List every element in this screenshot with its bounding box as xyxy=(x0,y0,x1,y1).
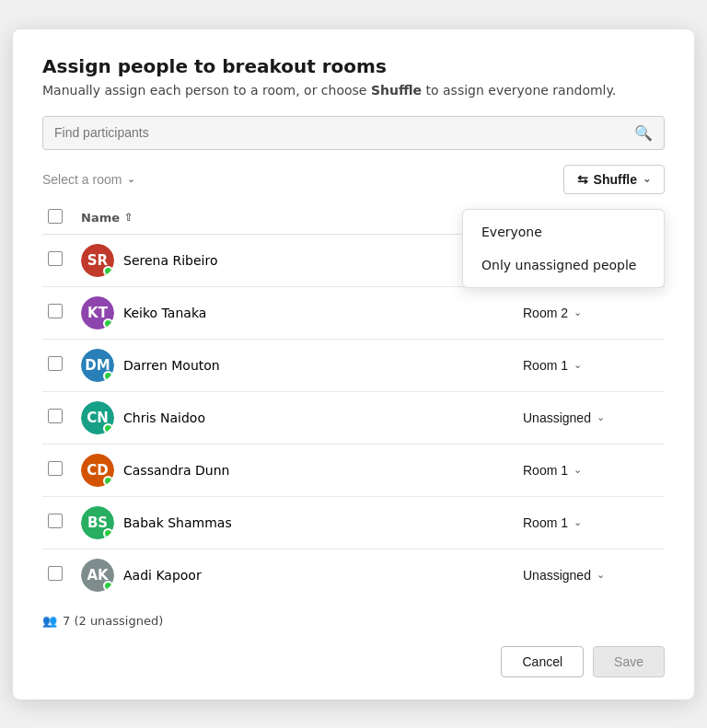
chevron-down-icon: ⌄ xyxy=(127,173,135,185)
dialog-title: Assign people to breakout rooms xyxy=(42,55,665,77)
participant-name: Chris Naidoo xyxy=(123,410,205,425)
avatar: BS xyxy=(81,506,114,539)
search-icon: 🔍 xyxy=(634,124,653,142)
room-label: Room 1 xyxy=(523,463,568,478)
count-text: 7 (2 unassigned) xyxy=(63,614,163,628)
participant-name: Keiko Tanaka xyxy=(123,306,206,320)
dialog-actions: Cancel Save xyxy=(42,646,665,677)
avatar-wrap: DMDarren Mouton xyxy=(81,349,512,382)
table-row: DMDarren MoutonRoom 1⌄ xyxy=(42,339,665,391)
chevron-down-icon: ⌄ xyxy=(574,516,582,528)
people-icon: 👥 xyxy=(42,614,57,628)
chevron-down-icon: ⌄ xyxy=(574,464,582,476)
table-row: CNChris NaidooUnassigned⌄ xyxy=(42,391,665,444)
room-label: Room 1 xyxy=(523,515,568,530)
avatar: AK xyxy=(81,559,114,592)
dropdown-item-everyone[interactable]: Everyone xyxy=(463,215,664,248)
row-checkbox[interactable] xyxy=(48,409,63,423)
online-status-icon xyxy=(103,423,113,433)
participant-name: Babak Shammas xyxy=(123,515,232,530)
table-row: AKAadi KapoorUnassigned⌄ xyxy=(42,549,665,601)
assign-dialog: Assign people to breakout rooms Manually… xyxy=(13,29,694,699)
room-assign-button[interactable]: Room 1⌄ xyxy=(523,515,582,530)
room-assign-button[interactable]: Room 2⌄ xyxy=(523,306,582,320)
chevron-down-icon: ⌄ xyxy=(597,411,605,423)
avatar-wrap: AKAadi Kapoor xyxy=(81,559,512,592)
online-status-icon xyxy=(103,266,113,276)
chevron-down-icon: ⌄ xyxy=(597,569,605,581)
online-status-icon xyxy=(103,371,113,381)
row-checkbox[interactable] xyxy=(48,461,63,476)
dropdown-item-unassigned[interactable]: Only unassigned people xyxy=(463,248,664,282)
shuffle-dropdown: Everyone Only unassigned people xyxy=(462,209,665,288)
room-assign-button[interactable]: Unassigned⌄ xyxy=(523,410,605,425)
row-checkbox[interactable] xyxy=(48,356,63,371)
save-button: Save xyxy=(593,646,665,677)
shuffle-button[interactable]: ⇆ Shuffle ⌄ xyxy=(563,165,665,194)
row-checkbox[interactable] xyxy=(48,251,63,266)
avatar: KT xyxy=(81,296,114,329)
avatar-wrap: CNChris Naidoo xyxy=(81,401,512,434)
online-status-icon xyxy=(103,476,113,486)
table-row: KTKeiko TanakaRoom 2⌄ xyxy=(42,286,665,339)
avatar: CD xyxy=(81,454,114,487)
room-label: Room 2 xyxy=(523,306,568,320)
avatar-wrap: SRSerena Ribeiro xyxy=(81,244,512,277)
select-all-checkbox[interactable] xyxy=(48,209,63,224)
footer-count: 👥 7 (2 unassigned) xyxy=(42,614,665,628)
name-column-header: Name ⇧ xyxy=(81,211,512,225)
chevron-down-icon: ⌄ xyxy=(643,173,651,185)
room-label: Unassigned xyxy=(523,568,591,583)
table-row: CDCassandra DunnRoom 1⌄ xyxy=(42,444,665,496)
room-assign-button[interactable]: Room 1⌄ xyxy=(523,463,582,478)
select-room-button[interactable]: Select a room ⌄ xyxy=(42,167,135,192)
sort-asc-icon[interactable]: ⇧ xyxy=(124,211,133,224)
room-label: Unassigned xyxy=(523,410,591,425)
dialog-subtitle: Manually assign each person to a room, o… xyxy=(42,83,665,98)
row-checkbox[interactable] xyxy=(48,566,63,581)
avatar-wrap: CDCassandra Dunn xyxy=(81,454,512,487)
online-status-icon xyxy=(103,318,113,329)
avatar-wrap: BSBabak Shammas xyxy=(81,506,512,539)
room-assign-button[interactable]: Room 1⌄ xyxy=(523,358,582,373)
participant-name: Darren Mouton xyxy=(123,358,220,373)
participant-name: Aadi Kapoor xyxy=(123,568,202,583)
room-assign-button[interactable]: Unassigned⌄ xyxy=(523,568,605,583)
row-checkbox[interactable] xyxy=(48,514,63,528)
participant-name: Cassandra Dunn xyxy=(123,463,229,478)
avatar-wrap: KTKeiko Tanaka xyxy=(81,296,512,329)
search-input[interactable] xyxy=(54,125,634,140)
row-checkbox[interactable] xyxy=(48,304,63,318)
online-status-icon xyxy=(103,528,113,538)
chevron-down-icon: ⌄ xyxy=(574,359,582,371)
avatar: SR xyxy=(81,244,114,277)
room-label: Room 1 xyxy=(523,358,568,373)
avatar: CN xyxy=(81,401,114,434)
online-status-icon xyxy=(103,581,113,591)
table-row: BSBabak ShammasRoom 1⌄ xyxy=(42,496,665,549)
shuffle-icon: ⇆ xyxy=(577,172,588,187)
toolbar: Select a room ⌄ ⇆ Shuffle ⌄ Everyone Onl… xyxy=(42,165,665,194)
search-bar: 🔍 xyxy=(42,116,665,150)
chevron-down-icon: ⌄ xyxy=(574,306,582,318)
avatar: DM xyxy=(81,349,114,382)
cancel-button[interactable]: Cancel xyxy=(501,646,584,677)
participant-name: Serena Ribeiro xyxy=(123,253,217,268)
